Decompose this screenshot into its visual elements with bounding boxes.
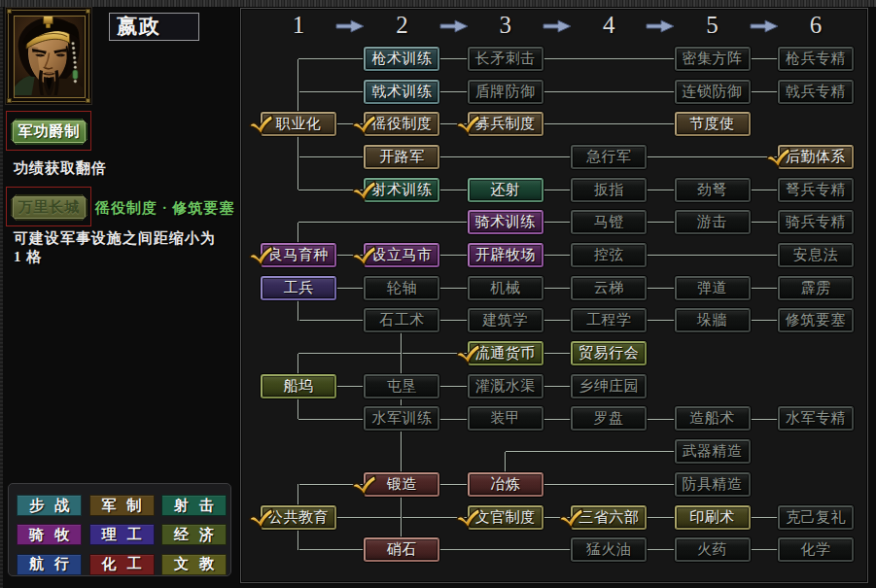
tech-label: 文官制度 bbox=[475, 508, 536, 527]
tier-arrow-icon bbox=[645, 19, 676, 33]
tech-node[interactable]: 水军专精 bbox=[778, 406, 854, 431]
tech-node[interactable]: 装甲 bbox=[468, 406, 543, 431]
tech-node[interactable]: 骑术训练 bbox=[468, 210, 543, 234]
legend-engineering[interactable]: 理工 bbox=[89, 524, 155, 545]
tech-node[interactable]: 枪术训练 bbox=[364, 47, 439, 71]
tech-node[interactable]: 戟术训练 bbox=[364, 80, 439, 104]
tech-node[interactable]: 募兵制度 bbox=[468, 112, 543, 136]
tech-label: 职业化 bbox=[276, 115, 322, 133]
tech-node[interactable]: 马镫 bbox=[571, 210, 647, 234]
legend-label: 射击 bbox=[174, 497, 225, 515]
ruler-name-box: 嬴政 bbox=[109, 13, 199, 41]
tech-node[interactable]: 开辟牧场 bbox=[468, 243, 543, 267]
tech-node[interactable]: 猛火油 bbox=[571, 537, 647, 562]
tech-node[interactable]: 水军训练 bbox=[364, 406, 439, 431]
tech-node[interactable]: 化学 bbox=[778, 537, 854, 562]
tech-node[interactable]: 职业化 bbox=[261, 112, 336, 136]
tech-node[interactable]: 还射 bbox=[468, 178, 543, 202]
tech-node[interactable]: 密集方阵 bbox=[675, 47, 751, 71]
tech-label: 印刷术 bbox=[689, 508, 735, 527]
legend-cavalry[interactable]: 骑牧 bbox=[17, 524, 82, 545]
tech-node[interactable]: 屯垦 bbox=[364, 374, 439, 398]
tier-number-3: 3 bbox=[486, 12, 525, 39]
tech-node[interactable]: 硝石 bbox=[364, 537, 439, 562]
tech-label: 马镫 bbox=[594, 213, 624, 231]
tech-node[interactable]: 克己复礼 bbox=[778, 505, 854, 530]
tech-node[interactable]: 连锁防御 bbox=[675, 80, 751, 104]
tier-number-5: 5 bbox=[693, 12, 732, 39]
tech-node[interactable]: 枪兵专精 bbox=[778, 47, 854, 71]
tech-node[interactable]: 文官制度 bbox=[468, 505, 543, 530]
legend-label: 经济 bbox=[174, 526, 225, 544]
tech-label: 骑术训练 bbox=[475, 213, 536, 231]
tech-node[interactable]: 后勤体系 bbox=[778, 145, 854, 169]
tech-node[interactable]: 急行军 bbox=[571, 145, 647, 169]
tech-node[interactable]: 灌溉水渠 bbox=[468, 374, 543, 398]
tech-node[interactable]: 霹雳 bbox=[778, 276, 854, 300]
tech-node[interactable]: 射术训练 bbox=[364, 178, 439, 202]
tech-node[interactable]: 轮轴 bbox=[364, 276, 439, 300]
tech-label: 后勤体系 bbox=[786, 148, 846, 166]
tech-node[interactable]: 罗盘 bbox=[571, 406, 647, 431]
tech-node[interactable]: 节度使 bbox=[675, 112, 751, 136]
tech-node[interactable]: 扳指 bbox=[571, 178, 647, 202]
tech-node[interactable]: 船坞 bbox=[261, 374, 336, 398]
tech-label: 弹道 bbox=[697, 279, 727, 297]
tech-node[interactable]: 建筑学 bbox=[468, 308, 543, 332]
tech-node[interactable]: 防具精造 bbox=[675, 472, 751, 497]
legend-infantry[interactable]: 步战 bbox=[17, 495, 82, 516]
legend-culture[interactable]: 文教 bbox=[161, 554, 227, 575]
tech-node[interactable]: 火药 bbox=[675, 537, 751, 562]
researched-check-icon bbox=[455, 114, 481, 137]
tech-node[interactable]: 垛牆 bbox=[675, 308, 751, 332]
tech-label: 戟兵专精 bbox=[786, 83, 846, 101]
tech-label: 垛牆 bbox=[697, 311, 727, 329]
tech-node[interactable]: 贸易行会 bbox=[571, 341, 647, 365]
tech-node[interactable]: 冶炼 bbox=[468, 472, 543, 497]
wonder-button[interactable]: 万里长城 bbox=[11, 194, 88, 221]
tech-label: 密集方阵 bbox=[683, 50, 743, 68]
portrait-corner-ornament bbox=[7, 9, 12, 14]
tech-node[interactable]: 劲弩 bbox=[675, 178, 751, 202]
tech-node[interactable]: 印刷术 bbox=[675, 505, 751, 530]
researched-check-icon bbox=[351, 180, 377, 203]
tech-node[interactable]: 安息法 bbox=[778, 243, 854, 267]
tech-node[interactable]: 石工术 bbox=[364, 308, 439, 332]
legend-military[interactable]: 军制 bbox=[89, 495, 155, 516]
tech-node[interactable]: 戟兵专精 bbox=[778, 80, 854, 104]
tech-node[interactable]: 修筑要塞 bbox=[778, 308, 854, 332]
tech-node[interactable]: 弩兵专精 bbox=[778, 178, 854, 202]
tech-node[interactable]: 良马育种 bbox=[261, 243, 336, 267]
tech-node[interactable]: 武器精造 bbox=[675, 439, 751, 464]
tech-node[interactable]: 盾牌防御 bbox=[468, 80, 543, 104]
tier-arrow-icon bbox=[542, 19, 573, 33]
tech-node[interactable]: 造船术 bbox=[675, 406, 751, 431]
tech-label: 枪术训练 bbox=[371, 50, 432, 68]
legend-shooting[interactable]: 射击 bbox=[161, 495, 227, 516]
tech-node[interactable]: 工程学 bbox=[571, 308, 647, 332]
tech-label: 开辟牧场 bbox=[475, 246, 536, 264]
tech-node[interactable]: 长矛刺击 bbox=[468, 47, 543, 71]
tech-node[interactable]: 开路军 bbox=[364, 145, 439, 169]
tech-node[interactable]: 徭役制度 bbox=[364, 112, 439, 136]
policy-button[interactable]: 军功爵制 bbox=[11, 119, 88, 145]
tech-node[interactable]: 控弦 bbox=[571, 243, 647, 267]
legend-economy[interactable]: 经济 bbox=[161, 524, 227, 545]
legend-chemistry[interactable]: 化工 bbox=[89, 554, 155, 575]
tech-node[interactable]: 工兵 bbox=[261, 276, 336, 300]
tech-node[interactable]: 流通货币 bbox=[468, 341, 543, 365]
tech-node[interactable]: 三省六部 bbox=[571, 505, 647, 530]
tier-arrow-icon bbox=[749, 19, 780, 33]
tech-node[interactable]: 锻造 bbox=[364, 472, 439, 497]
tech-node[interactable]: 游击 bbox=[675, 210, 751, 234]
tech-node[interactable]: 弹道 bbox=[675, 276, 751, 300]
legend-label: 化工 bbox=[102, 555, 153, 573]
tech-node[interactable]: 机械 bbox=[468, 276, 543, 300]
tech-node[interactable]: 公共教育 bbox=[261, 505, 336, 530]
legend-navigation[interactable]: 航行 bbox=[17, 554, 82, 575]
tech-node[interactable]: 设立马市 bbox=[364, 243, 439, 267]
wonder-requirement: 徭役制度 · 修筑要塞 bbox=[95, 199, 235, 218]
tech-node[interactable]: 云梯 bbox=[571, 276, 647, 300]
tech-node[interactable]: 骑兵专精 bbox=[778, 210, 854, 234]
tech-node[interactable]: 乡绅庄园 bbox=[571, 374, 647, 398]
